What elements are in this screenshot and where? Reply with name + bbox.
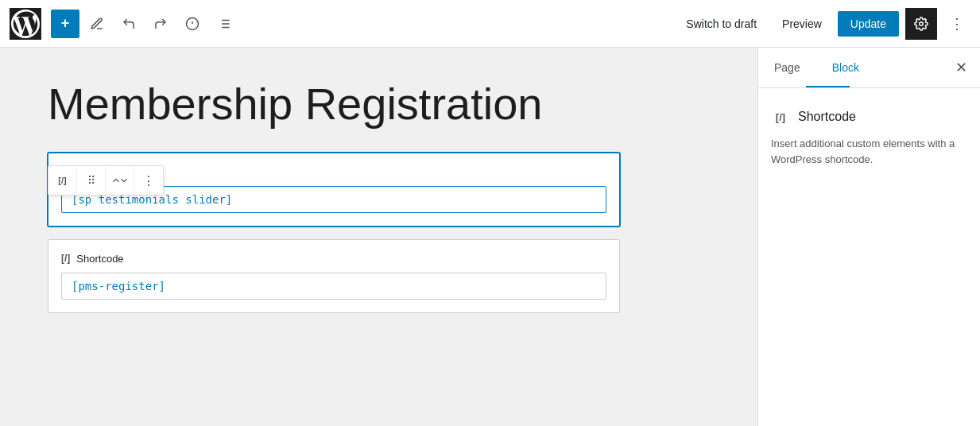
list-view-button[interactable] (210, 10, 238, 38)
main-layout: [/] ⠿ ⋮ Membership Registration [/] Shor… (0, 48, 980, 426)
move-up-down-button[interactable] (106, 166, 134, 195)
update-button[interactable]: Update (838, 11, 899, 37)
tab-block[interactable]: Block (816, 48, 875, 87)
redo-button[interactable] (146, 10, 175, 38)
panel-shortcode-icon: [/] (771, 107, 790, 126)
tab-page[interactable]: Page (758, 48, 816, 87)
shortcode-label-2: Shortcode (76, 253, 123, 265)
main-toolbar: + Switch to draft Preview Update ⋮ (0, 0, 980, 48)
panel-header: [/] Shortcode (771, 107, 967, 126)
panel-title: Shortcode (798, 110, 856, 124)
shortcode-icon-2: [/] (61, 253, 70, 264)
sidebar-content: [/] Shortcode Insert additional custom e… (758, 88, 980, 186)
sidebar-tabs: Page Block ✕ (758, 48, 980, 88)
block-type-button[interactable]: [/] (48, 166, 77, 195)
block-more-options[interactable]: ⋮ (134, 166, 163, 195)
shortcode-header-2: [/] Shortcode (61, 253, 606, 265)
switch-draft-button[interactable]: Switch to draft (676, 13, 766, 35)
panel-description: Insert additional custom elements with a… (771, 136, 967, 167)
undo-button[interactable] (114, 10, 143, 38)
editor-area: [/] ⠿ ⋮ Membership Registration [/] Shor… (0, 48, 757, 426)
sidebar: Page Block ✕ [/] Shortcode Insert additi… (757, 48, 980, 426)
shortcode-input-2[interactable] (61, 273, 606, 300)
sidebar-close-button[interactable]: ✕ (943, 48, 980, 87)
settings-button[interactable] (905, 8, 937, 40)
drag-handle[interactable]: ⠿ (77, 166, 106, 195)
tools-button[interactable] (83, 10, 111, 38)
svg-point-9 (920, 21, 924, 25)
block-toolbar: [/] ⠿ ⋮ (48, 165, 164, 196)
more-options-button[interactable]: ⋮ (943, 12, 970, 36)
add-block-button[interactable]: + (51, 10, 79, 38)
info-button[interactable] (178, 10, 207, 38)
wp-logo[interactable] (10, 8, 41, 40)
shortcode-block-2[interactable]: [/] Shortcode (48, 239, 620, 313)
preview-button[interactable]: Preview (773, 13, 831, 35)
page-title[interactable]: Membership Registration (48, 79, 710, 129)
